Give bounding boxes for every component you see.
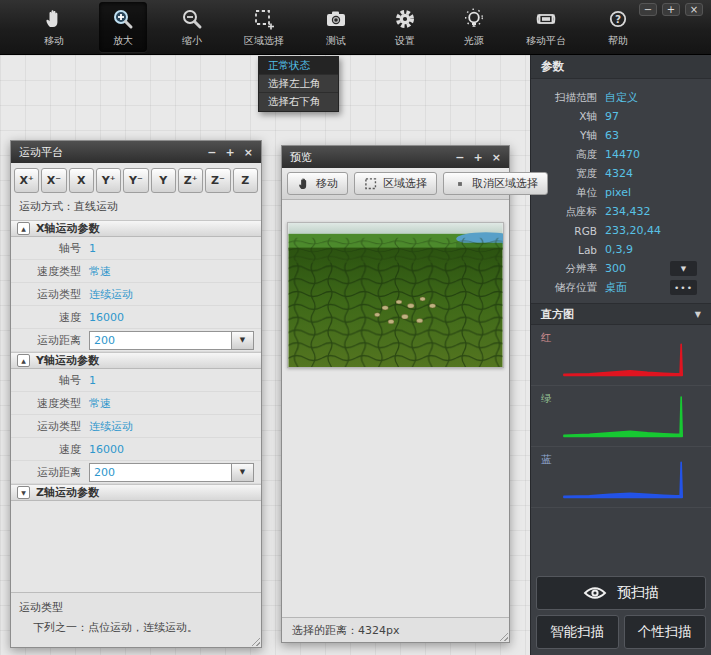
prescan-button[interactable]: 预扫描 (536, 576, 706, 610)
axis-button-Y-plus[interactable]: Y⁺ (96, 168, 121, 193)
axis-button-Y[interactable]: Y (151, 168, 176, 193)
scan-param-row: 宽度4324 (531, 164, 711, 183)
motion-param-row: 轴号1 (11, 369, 261, 392)
motion-footer-title: 运动类型 (19, 600, 253, 615)
params-header: 参数 (531, 55, 711, 79)
menu-item[interactable]: 正常状态 (259, 57, 338, 75)
close-icon[interactable]: × (492, 151, 501, 164)
param-value: 常速 (89, 396, 111, 411)
scan-param-row: 储存位置桌面••• (531, 278, 711, 297)
param-label: 分辨率 (541, 262, 605, 276)
maximize-icon[interactable]: + (226, 146, 235, 159)
collapse-icon[interactable]: ▲ (17, 354, 30, 367)
tool-gear[interactable]: 设置 (381, 2, 429, 52)
chevron-down-icon[interactable]: ▼ (670, 261, 697, 276)
close-button[interactable]: × (685, 3, 703, 16)
scan-param-row: Lab0,3,9 (531, 240, 711, 259)
axis-button-Z-minus[interactable]: Z⁻ (205, 168, 230, 193)
minimize-icon[interactable]: − (455, 151, 464, 164)
tool-zoom-out[interactable]: 缩小 (168, 2, 216, 52)
tool-hand[interactable]: 移动 (30, 2, 78, 52)
param-label: 运动类型 (17, 419, 89, 434)
histogram-curve (533, 451, 707, 504)
param-value: 1 (89, 374, 96, 387)
chevron-down-icon[interactable]: ▼ (231, 464, 253, 481)
preview-panel-titlebar[interactable]: 预览 − + × (282, 146, 509, 168)
param-value[interactable]: 桌面 (605, 280, 627, 295)
tool-label: 移动平台 (526, 34, 566, 48)
param-label: 速度 (17, 442, 89, 457)
preview-content[interactable] (282, 200, 509, 617)
param-value: 自定义 (605, 90, 638, 105)
preview-panel-window-controls: − + × (455, 151, 501, 164)
axis-button-Z-plus[interactable]: Z⁺ (178, 168, 203, 193)
browse-more-icon[interactable]: ••• (670, 280, 697, 295)
tool-camera[interactable]: 测试 (312, 2, 360, 52)
param-value: 0,3,9 (605, 243, 633, 256)
param-value[interactable]: 300 (605, 262, 626, 275)
param-label: 运动距离 (17, 465, 89, 480)
axis-button-Z[interactable]: Z (233, 168, 258, 193)
preview-image (287, 222, 504, 368)
tool-zoom-in[interactable]: 放大 (99, 2, 147, 52)
preview-panel: 预览 − + × 移动区域选择取消区域选择 (281, 145, 510, 643)
menu-item[interactable]: 选择左上角 (259, 75, 338, 93)
tool-help[interactable]: ?帮助 (594, 2, 642, 52)
preview-button-label: 移动 (316, 176, 338, 191)
preview-hand-button[interactable]: 移动 (287, 172, 348, 195)
section-header[interactable]: ▲Y轴运动参数 (11, 352, 261, 369)
axis-button-Y-minus[interactable]: Y⁻ (123, 168, 148, 193)
minimize-button[interactable]: − (639, 3, 657, 16)
param-label: 运动距离 (17, 333, 89, 348)
motion-footer: 运动类型 下列之一：点位运动，连续运动。 (11, 592, 261, 647)
chevron-down-icon[interactable]: ▼ (695, 310, 701, 319)
tool-label: 区域选择 (244, 34, 284, 48)
chevron-down-icon[interactable]: ▼ (231, 332, 253, 349)
scan-param-row: RGB233,20,44 (531, 221, 711, 240)
maximize-button[interactable]: + (662, 3, 680, 16)
preview-cancel-region-button[interactable]: 取消区域选择 (443, 172, 548, 195)
param-label: 运动类型 (17, 287, 89, 302)
motion-param-row: 速度类型常速 (11, 260, 261, 283)
tool-light[interactable]: 光源 (450, 2, 498, 52)
histogram-curve (533, 329, 707, 382)
axis-button-X-plus[interactable]: X⁺ (14, 168, 39, 193)
param-value: 连续运动 (89, 419, 133, 434)
motion-panel-titlebar[interactable]: 运动平台 − + × (11, 141, 261, 163)
param-value: 4324 (605, 167, 633, 180)
close-icon[interactable]: × (244, 146, 253, 159)
tool-region-select[interactable]: 区域选择 (237, 2, 291, 52)
minimize-icon[interactable]: − (207, 146, 216, 159)
motion-param-row: 速度类型常速 (11, 392, 261, 415)
menu-item[interactable]: 选择右下角 (259, 93, 338, 111)
axis-button-X-minus[interactable]: X⁻ (41, 168, 66, 193)
distance-combobox[interactable]: 200▼ (89, 331, 254, 350)
zoom-in-icon (111, 7, 135, 31)
axis-button-X[interactable]: X (69, 168, 94, 193)
section-header[interactable]: ▲X轴运动参数 (11, 220, 261, 237)
expand-icon[interactable]: ▼ (17, 486, 30, 499)
tool-label: 设置 (395, 34, 415, 48)
custom-scan-button[interactable]: 个性扫描 (624, 615, 707, 649)
selected-distance-label: 选择的距离：4324px (292, 623, 400, 638)
param-label: Y轴 (541, 129, 605, 143)
param-label: 速度类型 (17, 264, 89, 279)
param-label: Lab (541, 244, 605, 256)
param-label: 点座标 (541, 205, 605, 219)
maximize-icon[interactable]: + (474, 151, 483, 164)
motion-platform-panel: 运动平台 − + × X⁺X⁻XY⁺Y⁻YZ⁺Z⁻Z 运动方式：直线运动 ▲X轴… (10, 140, 262, 648)
tool-platform[interactable]: 移动平台 (519, 2, 573, 52)
camera-icon (324, 7, 348, 31)
tool-label: 缩小 (182, 34, 202, 48)
section-header[interactable]: ▼Z轴运动参数 (11, 484, 261, 501)
eye-icon (583, 581, 607, 605)
tool-label: 测试 (326, 34, 346, 48)
region-select-menu: 正常状态选择左上角选择右下角 (258, 56, 339, 112)
preview-button-label: 取消区域选择 (472, 176, 538, 191)
motion-panel-window-controls: − + × (207, 146, 253, 159)
collapse-icon[interactable]: ▲ (17, 222, 30, 235)
histogram-curve (533, 390, 707, 443)
preview-region-select-button[interactable]: 区域选择 (354, 172, 437, 195)
smart-scan-button[interactable]: 智能扫描 (536, 615, 619, 649)
distance-combobox[interactable]: 200▼ (89, 463, 254, 482)
